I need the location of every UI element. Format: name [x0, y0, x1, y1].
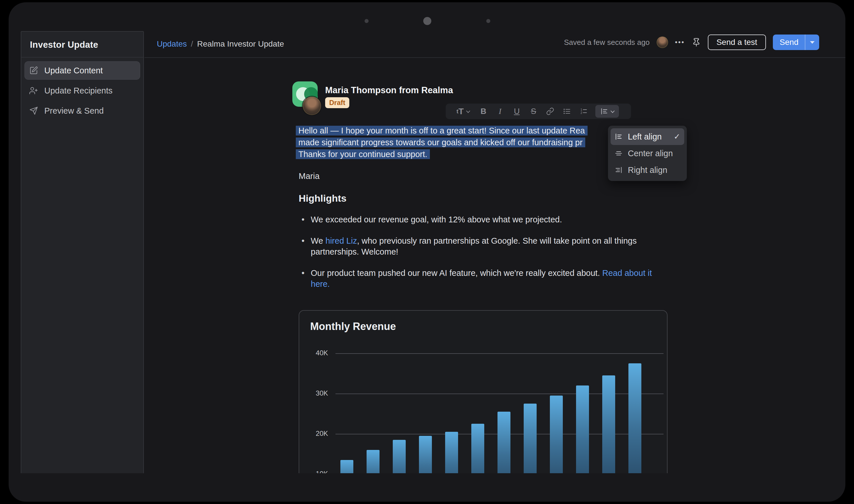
highlights-list[interactable]: •We exceeded our revenue goal, with 12% …	[299, 214, 656, 300]
header-divider	[144, 57, 846, 58]
send-plane-icon	[29, 106, 38, 115]
send-button-label: Send	[773, 35, 805, 50]
list-item-text: Our product team pushed our new AI featu…	[311, 268, 602, 277]
chart-plot: 40K30K20K10K	[299, 311, 667, 473]
breadcrumb-separator: /	[191, 39, 193, 49]
page: Investor Update Update ContentUpdate Rec…	[0, 0, 854, 504]
breadcrumb-current: Realma Investor Update	[197, 39, 284, 49]
app-window: Investor Update Update ContentUpdate Rec…	[8, 2, 846, 502]
revenue-bar	[576, 385, 589, 473]
italic-icon: I	[499, 107, 501, 116]
toolbar-text-size-button[interactable]: tT	[451, 105, 475, 118]
sidebar-item-label: Update Recipients	[44, 86, 112, 95]
revenue-bar	[340, 460, 353, 473]
list-item: •Our product team pushed our new AI feat…	[299, 268, 656, 289]
sidebar-item-label: Update Content	[44, 66, 103, 75]
sender-avatar	[303, 97, 321, 115]
list-item: •We exceeded our revenue goal, with 12% …	[299, 214, 656, 225]
edit-icon	[29, 66, 38, 75]
underline-icon: U	[514, 107, 520, 116]
menu-item-label: Right align	[628, 165, 667, 175]
revenue-bar	[628, 363, 641, 473]
align-dropdown-menu: Left align✓Center alignRight align	[608, 126, 687, 181]
list-item: •We hired Liz, who previously ran partne…	[299, 235, 656, 257]
app-content: Investor Update Update ContentUpdate Rec…	[8, 2, 846, 473]
toolbar-align-button[interactable]	[595, 105, 619, 118]
revenue-bar	[445, 432, 458, 473]
highlights-heading[interactable]: Highlights	[299, 193, 346, 204]
selected-text: Hello all — I hope your month is off to …	[296, 126, 588, 136]
chart-gridline	[336, 353, 663, 354]
send-test-button[interactable]: Send a test	[708, 35, 766, 50]
list-item-text: We exceeded our revenue goal, with 12% a…	[311, 215, 562, 224]
sidebar-item-label: Preview & Send	[44, 106, 104, 116]
check-icon: ✓	[674, 132, 680, 141]
link-icon	[546, 107, 554, 115]
menu-item-left-align[interactable]: Left align✓	[610, 128, 684, 145]
toolbar-strikethrough-button[interactable]: S	[525, 105, 542, 118]
y-axis-tick-label: 20K	[299, 430, 328, 437]
carousel-dot[interactable]	[486, 19, 490, 23]
revenue-bar	[524, 403, 537, 473]
sidebar-item-preview-send[interactable]: Preview & Send	[25, 102, 140, 120]
revenue-bar	[419, 436, 432, 473]
text-size-icon: T	[458, 106, 464, 116]
saved-status: Saved a few seconds ago	[564, 38, 650, 47]
selected-text: Thanks for your continued support.	[296, 149, 430, 159]
sidebar-item-update-content[interactable]: Update Content	[25, 61, 140, 79]
carousel-dot-active[interactable]	[423, 17, 431, 25]
sender-name: Maria Thompson from Realma	[325, 85, 453, 95]
user-avatar[interactable]	[657, 37, 668, 48]
numbered-list-icon: 12	[580, 107, 588, 115]
inline-link[interactable]: hired Liz	[325, 236, 357, 246]
chevron-down-icon	[466, 109, 470, 113]
menu-item-right-align[interactable]: Right align	[610, 162, 684, 178]
sidebar: Investor Update Update ContentUpdate Rec…	[21, 31, 144, 473]
list-item-text: , who previously ran partnerships at Goo…	[311, 236, 637, 256]
toolbar-italic-button[interactable]: I	[492, 105, 509, 118]
y-axis-tick-label: 30K	[299, 389, 328, 397]
menu-item-center-align[interactable]: Center align	[610, 145, 684, 162]
strikethrough-icon: S	[531, 107, 536, 116]
toolbar-bold-button[interactable]: B	[475, 105, 492, 118]
list-item-text: We	[311, 236, 325, 246]
bullet-marker: •	[302, 214, 304, 225]
status-badge: Draft	[325, 97, 349, 108]
svg-text:2: 2	[581, 111, 582, 114]
revenue-bar	[471, 424, 484, 473]
y-axis-tick-label: 40K	[299, 349, 328, 357]
toolbar-link-button[interactable]	[542, 105, 558, 118]
align-left-icon	[615, 132, 623, 141]
bullet-marker: •	[302, 235, 304, 246]
revenue-bar	[550, 396, 563, 473]
breadcrumb-updates-link[interactable]: Updates	[157, 39, 187, 49]
breadcrumb: Updates / Realma Investor Update	[157, 39, 284, 49]
align-left-icon	[600, 107, 608, 115]
bold-icon: B	[481, 107, 486, 116]
carousel-dot[interactable]	[364, 19, 369, 23]
menu-item-label: Center align	[628, 149, 673, 158]
menu-item-label: Left align	[628, 132, 662, 142]
revenue-bar	[602, 375, 615, 473]
header-actions: Saved a few seconds ago ••• Send a test …	[564, 35, 819, 50]
sidebar-item-update-recipients[interactable]: Update Recipients	[25, 82, 140, 100]
chart-card: Monthly Revenue 40K30K20K10K	[299, 310, 668, 473]
bullet-marker: •	[302, 268, 304, 278]
toolbar-numbered-list-button[interactable]: 12	[575, 105, 592, 118]
more-menu-icon[interactable]: •••	[675, 38, 685, 46]
send-options-toggle[interactable]	[805, 35, 819, 50]
toolbar-bullet-list-button[interactable]	[558, 105, 575, 118]
user-plus-icon	[29, 86, 38, 95]
revenue-bar	[498, 412, 511, 473]
toolbar-underline-button[interactable]: U	[509, 105, 525, 118]
send-button[interactable]: Send	[773, 35, 819, 50]
revenue-bar	[393, 440, 406, 473]
signature-text[interactable]: Maria	[299, 172, 320, 181]
text-size-icon: t	[457, 108, 459, 115]
align-center-icon	[615, 149, 623, 157]
revenue-bar	[367, 450, 379, 473]
sidebar-items: Update ContentUpdate RecipientsPreview &…	[21, 57, 143, 126]
sidebar-title: Investor Update	[21, 32, 143, 57]
pin-icon[interactable]	[692, 38, 701, 47]
bullet-list-icon	[563, 107, 571, 115]
